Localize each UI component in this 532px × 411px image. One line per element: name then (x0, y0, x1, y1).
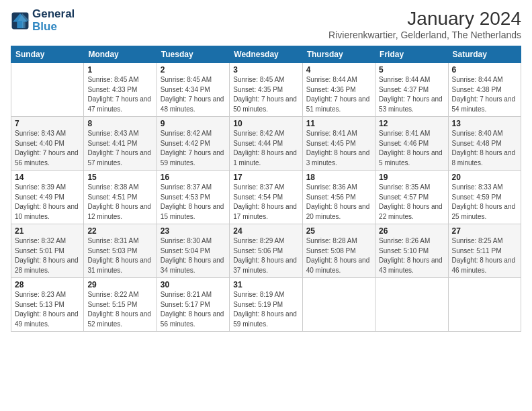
calendar-cell: 27Sunrise: 8:25 AMSunset: 5:11 PMDayligh… (448, 224, 521, 278)
day-number: 12 (379, 119, 444, 128)
day-number: 31 (233, 280, 298, 289)
cell-info: Sunrise: 8:26 AMSunset: 5:10 PMDaylight:… (379, 237, 443, 274)
cell-info: Sunrise: 8:22 AMSunset: 5:15 PMDaylight:… (87, 291, 151, 328)
week-row-2: 7Sunrise: 8:43 AMSunset: 4:40 PMDaylight… (11, 117, 521, 171)
calendar-cell: 5Sunrise: 8:44 AMSunset: 4:37 PMDaylight… (375, 63, 448, 117)
day-number: 15 (87, 173, 152, 182)
week-row-5: 28Sunrise: 8:23 AMSunset: 5:13 PMDayligh… (11, 278, 521, 332)
day-number: 1 (87, 65, 152, 75)
subtitle: Rivierenkwartier, Gelderland, The Nether… (328, 30, 521, 40)
calendar-cell: 31Sunrise: 8:19 AMSunset: 5:19 PMDayligh… (230, 278, 302, 332)
calendar-cell: 10Sunrise: 8:42 AMSunset: 4:44 PMDayligh… (230, 117, 302, 171)
calendar-cell (375, 278, 448, 332)
calendar-cell: 13Sunrise: 8:40 AMSunset: 4:48 PMDayligh… (448, 117, 521, 171)
day-number: 29 (87, 280, 152, 289)
day-number: 3 (233, 65, 298, 75)
cell-info: Sunrise: 8:44 AMSunset: 4:36 PMDaylight:… (306, 76, 370, 113)
cell-info: Sunrise: 8:21 AMSunset: 5:17 PMDaylight:… (161, 291, 224, 328)
calendar-cell: 8Sunrise: 8:43 AMSunset: 4:41 PMDaylight… (84, 117, 157, 171)
calendar-cell: 26Sunrise: 8:26 AMSunset: 5:10 PMDayligh… (375, 224, 448, 278)
day-header-tuesday: Tuesday (157, 46, 229, 63)
day-number: 2 (161, 65, 226, 75)
cell-info: Sunrise: 8:43 AMSunset: 4:40 PMDaylight:… (15, 130, 79, 167)
cell-info: Sunrise: 8:38 AMSunset: 4:51 PMDaylight:… (87, 183, 151, 220)
cell-info: Sunrise: 8:44 AMSunset: 4:38 PMDaylight:… (452, 76, 516, 113)
calendar-cell: 1Sunrise: 8:45 AMSunset: 4:33 PMDaylight… (84, 63, 157, 117)
day-number: 26 (379, 226, 444, 236)
logo-text: General Blue (32, 8, 75, 33)
week-row-1: 1Sunrise: 8:45 AMSunset: 4:33 PMDaylight… (11, 63, 521, 117)
day-header-thursday: Thursday (302, 46, 375, 63)
week-row-4: 21Sunrise: 8:32 AMSunset: 5:01 PMDayligh… (11, 224, 521, 278)
day-number: 16 (161, 173, 226, 182)
cell-info: Sunrise: 8:30 AMSunset: 5:04 PMDaylight:… (161, 237, 224, 274)
cell-info: Sunrise: 8:35 AMSunset: 4:57 PMDaylight:… (379, 183, 443, 220)
day-number: 30 (161, 280, 226, 289)
day-number: 22 (87, 226, 152, 236)
calendar-cell: 30Sunrise: 8:21 AMSunset: 5:17 PMDayligh… (157, 278, 229, 332)
cell-info: Sunrise: 8:33 AMSunset: 4:59 PMDaylight:… (452, 183, 516, 220)
day-number: 6 (452, 65, 517, 75)
day-number: 19 (379, 173, 444, 182)
cell-info: Sunrise: 8:28 AMSunset: 5:08 PMDaylight:… (306, 237, 370, 274)
day-number: 10 (233, 119, 298, 128)
calendar-cell: 3Sunrise: 8:45 AMSunset: 4:35 PMDaylight… (230, 63, 302, 117)
calendar-cell (302, 278, 375, 332)
calendar-cell: 9Sunrise: 8:42 AMSunset: 4:42 PMDaylight… (157, 117, 229, 171)
week-row-3: 14Sunrise: 8:39 AMSunset: 4:49 PMDayligh… (11, 171, 521, 224)
calendar-cell: 20Sunrise: 8:33 AMSunset: 4:59 PMDayligh… (448, 171, 521, 224)
page: General Blue January 2024 Rivierenkwarti… (0, 0, 532, 411)
calendar-cell: 16Sunrise: 8:37 AMSunset: 4:53 PMDayligh… (157, 171, 229, 224)
day-number: 23 (161, 226, 226, 236)
calendar-cell: 6Sunrise: 8:44 AMSunset: 4:38 PMDaylight… (448, 63, 521, 117)
calendar-table: SundayMondayTuesdayWednesdayThursdayFrid… (11, 46, 521, 332)
day-number: 5 (379, 65, 444, 75)
cell-info: Sunrise: 8:45 AMSunset: 4:34 PMDaylight:… (161, 76, 224, 113)
title-section: January 2024 Rivierenkwartier, Gelderlan… (328, 8, 521, 40)
cell-info: Sunrise: 8:36 AMSunset: 4:56 PMDaylight:… (306, 183, 370, 220)
calendar-cell: 15Sunrise: 8:38 AMSunset: 4:51 PMDayligh… (84, 171, 157, 224)
day-number: 11 (306, 119, 371, 128)
day-number: 9 (161, 119, 226, 128)
cell-info: Sunrise: 8:31 AMSunset: 5:03 PMDaylight:… (87, 237, 151, 274)
calendar-cell: 11Sunrise: 8:41 AMSunset: 4:45 PMDayligh… (302, 117, 375, 171)
calendar-cell (448, 278, 521, 332)
calendar-cell: 4Sunrise: 8:44 AMSunset: 4:36 PMDaylight… (302, 63, 375, 117)
day-number: 13 (452, 119, 517, 128)
calendar-cell (11, 63, 84, 117)
cell-info: Sunrise: 8:45 AMSunset: 4:33 PMDaylight:… (87, 76, 151, 113)
calendar-cell: 23Sunrise: 8:30 AMSunset: 5:04 PMDayligh… (157, 224, 229, 278)
cell-info: Sunrise: 8:32 AMSunset: 5:01 PMDaylight:… (15, 237, 79, 274)
day-number: 21 (15, 226, 80, 236)
cell-info: Sunrise: 8:29 AMSunset: 5:06 PMDaylight:… (233, 237, 297, 274)
cell-info: Sunrise: 8:44 AMSunset: 4:37 PMDaylight:… (379, 76, 443, 113)
day-number: 7 (15, 119, 80, 128)
cell-info: Sunrise: 8:39 AMSunset: 4:49 PMDaylight:… (15, 183, 79, 220)
day-number: 20 (452, 173, 517, 182)
calendar-cell: 21Sunrise: 8:32 AMSunset: 5:01 PMDayligh… (11, 224, 84, 278)
cell-info: Sunrise: 8:42 AMSunset: 4:42 PMDaylight:… (161, 130, 224, 167)
calendar-cell: 24Sunrise: 8:29 AMSunset: 5:06 PMDayligh… (230, 224, 302, 278)
calendar-cell: 2Sunrise: 8:45 AMSunset: 4:34 PMDaylight… (157, 63, 229, 117)
cell-info: Sunrise: 8:42 AMSunset: 4:44 PMDaylight:… (233, 130, 297, 167)
main-title: January 2024 (328, 8, 521, 30)
day-number: 28 (15, 280, 80, 289)
calendar-cell: 29Sunrise: 8:22 AMSunset: 5:15 PMDayligh… (84, 278, 157, 332)
day-number: 8 (87, 119, 152, 128)
header: General Blue January 2024 Rivierenkwarti… (11, 8, 521, 40)
cell-info: Sunrise: 8:23 AMSunset: 5:13 PMDaylight:… (15, 291, 79, 328)
day-header-friday: Friday (375, 46, 448, 63)
calendar-cell: 7Sunrise: 8:43 AMSunset: 4:40 PMDaylight… (11, 117, 84, 171)
cell-info: Sunrise: 8:25 AMSunset: 5:11 PMDaylight:… (452, 237, 516, 274)
cell-info: Sunrise: 8:37 AMSunset: 4:53 PMDaylight:… (161, 183, 224, 220)
day-header-wednesday: Wednesday (230, 46, 302, 63)
cell-info: Sunrise: 8:40 AMSunset: 4:48 PMDaylight:… (452, 130, 516, 167)
calendar-cell: 22Sunrise: 8:31 AMSunset: 5:03 PMDayligh… (84, 224, 157, 278)
calendar-cell: 28Sunrise: 8:23 AMSunset: 5:13 PMDayligh… (11, 278, 84, 332)
cell-info: Sunrise: 8:43 AMSunset: 4:41 PMDaylight:… (87, 130, 151, 167)
cell-info: Sunrise: 8:41 AMSunset: 4:46 PMDaylight:… (379, 130, 443, 167)
day-header-sunday: Sunday (11, 46, 84, 63)
day-number: 25 (306, 226, 371, 236)
cell-info: Sunrise: 8:45 AMSunset: 4:35 PMDaylight:… (233, 76, 297, 113)
cell-info: Sunrise: 8:19 AMSunset: 5:19 PMDaylight:… (233, 291, 297, 328)
